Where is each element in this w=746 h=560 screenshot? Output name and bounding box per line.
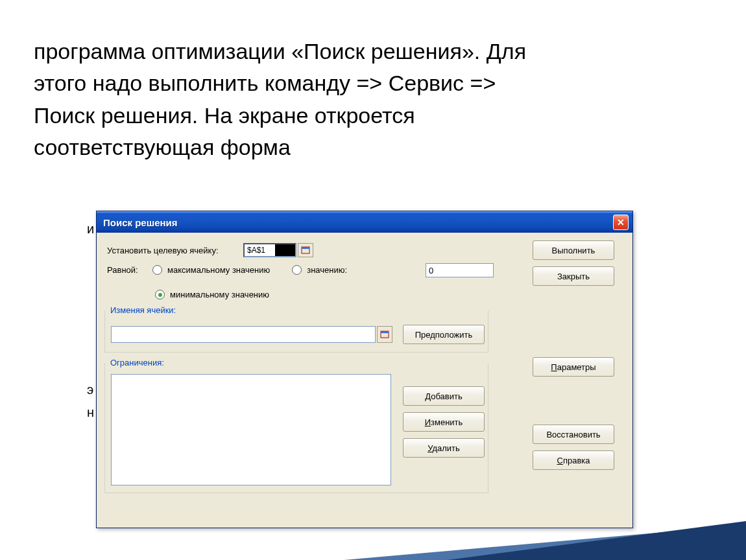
add-button[interactable]: Добавить xyxy=(403,386,485,406)
min-row: минимальному значению xyxy=(155,290,269,299)
value-input[interactable] xyxy=(426,263,494,277)
radio-min-label: минимальному значению xyxy=(170,290,269,299)
range-picker-icon[interactable] xyxy=(377,326,392,343)
target-label: Установить целевую ячейку: xyxy=(107,246,243,255)
radio-value[interactable] xyxy=(292,265,302,275)
radio-max[interactable] xyxy=(152,265,162,275)
svg-rect-1 xyxy=(302,247,309,249)
stray-char: и xyxy=(87,222,94,237)
target-row: Установить целевую ячейку: xyxy=(107,243,313,257)
constraints-listbox[interactable] xyxy=(111,374,391,485)
dialog-title: Поиск решения xyxy=(103,217,178,228)
radio-value-label: значению: xyxy=(307,265,347,275)
help-button[interactable]: Справка xyxy=(533,450,614,470)
slide-paragraph: программа оптимизации «Поиск решения». Д… xyxy=(34,36,553,163)
decorative-wedge xyxy=(448,521,746,560)
execute-button[interactable]: Выполнить xyxy=(533,240,614,260)
stray-char: н xyxy=(87,405,94,420)
suggest-button[interactable]: Предположить xyxy=(403,325,485,344)
close-icon[interactable]: ✕ xyxy=(613,215,629,230)
radio-max-label: максимальному значению xyxy=(167,265,270,275)
changing-cells-input[interactable] xyxy=(111,326,376,343)
range-picker-icon[interactable] xyxy=(298,243,313,257)
equal-label: Равной: xyxy=(107,265,147,275)
delete-button[interactable]: Удалить xyxy=(403,438,485,458)
constraints-title: Ограничения: xyxy=(108,358,166,368)
equal-row: Равной: максимальному значению значению: xyxy=(107,265,347,275)
svg-rect-3 xyxy=(381,331,389,333)
titlebar: Поиск решения ✕ xyxy=(97,211,632,233)
radio-min[interactable] xyxy=(155,290,165,299)
edit-button[interactable]: Изменить xyxy=(403,412,485,432)
stray-char: э xyxy=(87,382,93,397)
dialog-body: Установить целевую ячейку: Равной: макси… xyxy=(97,233,632,528)
solver-dialog: Поиск решения ✕ Установить целевую ячейк… xyxy=(96,211,633,528)
params-button[interactable]: Параметры xyxy=(533,357,614,377)
close-button[interactable]: Закрыть xyxy=(533,266,614,286)
reset-button[interactable]: Восстановить xyxy=(533,425,614,444)
target-cell-input[interactable] xyxy=(243,243,296,257)
changing-title: Изменяя ячейки: xyxy=(108,305,178,315)
